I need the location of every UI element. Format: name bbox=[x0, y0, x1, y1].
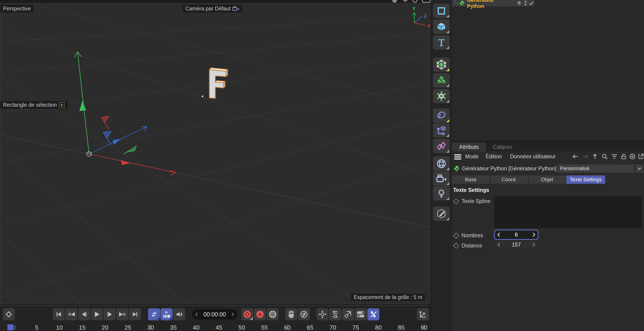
time-field[interactable]: 00:00:00 bbox=[192, 309, 237, 319]
rotation-record-circle-button[interactable] bbox=[298, 308, 310, 320]
section-tab-objet[interactable]: Objet bbox=[528, 175, 566, 184]
sky-button[interactable] bbox=[433, 156, 450, 171]
object-manager-divider[interactable] bbox=[534, 0, 534, 141]
ruler-tick-label[interactable]: 25 bbox=[124, 324, 131, 331]
menu-edition[interactable]: Édition bbox=[486, 153, 502, 160]
record-keyframe-button[interactable] bbox=[241, 308, 253, 320]
history-forward-icon[interactable] bbox=[582, 153, 589, 160]
search-icon[interactable] bbox=[601, 153, 608, 160]
ruler-tick-label[interactable]: 65 bbox=[307, 324, 314, 331]
visibility-dots-icon[interactable] bbox=[524, 0, 527, 6]
stepper-decrease-icon[interactable] bbox=[497, 232, 500, 237]
distance-stepper[interactable]: 157 bbox=[495, 240, 538, 249]
preset-dropdown[interactable]: Personnalisé bbox=[557, 164, 634, 173]
menu-donnees-utilisateur[interactable]: Données utilisateur bbox=[510, 153, 556, 160]
track-target-icon[interactable] bbox=[629, 153, 636, 160]
ruler-tick-label[interactable]: 60 bbox=[284, 324, 291, 331]
section-tab-base[interactable]: Base bbox=[452, 175, 490, 184]
lock-icon[interactable] bbox=[620, 153, 627, 160]
preset-dropdown-chevron[interactable] bbox=[636, 164, 643, 173]
texte-spline-input[interactable] bbox=[494, 196, 642, 228]
material-editor-button[interactable] bbox=[433, 206, 450, 221]
timeline-ruler[interactable]: 051015202530354045505560657075808590 bbox=[0, 323, 431, 331]
keyframe-dot-icon[interactable] bbox=[453, 233, 459, 238]
keyframe-diamond-button[interactable] bbox=[3, 308, 15, 320]
autokey-bars-button[interactable]: A bbox=[160, 308, 172, 320]
time-decrease-icon[interactable] bbox=[195, 312, 198, 316]
rectangle-spline-button[interactable] bbox=[433, 4, 450, 18]
scale-record-button[interactable] bbox=[342, 308, 354, 320]
ruler-tick-label[interactable]: 5 bbox=[35, 324, 38, 331]
menu-mode[interactable]: Mode bbox=[465, 153, 478, 160]
ruler-tick-label[interactable]: 15 bbox=[79, 324, 86, 331]
tab-attributs[interactable]: Attributs bbox=[452, 143, 486, 151]
letter-f-object[interactable] bbox=[209, 68, 228, 98]
ruler-tick-label[interactable]: 10 bbox=[56, 324, 63, 331]
camera-label[interactable]: Caméra par Défaut bbox=[182, 5, 242, 13]
object-row-generateur-python[interactable]: Générateur Python bbox=[452, 0, 534, 7]
generator-gear-button[interactable] bbox=[433, 89, 450, 103]
parent-up-icon[interactable] bbox=[592, 153, 598, 160]
section-title[interactable]: Texte Settings bbox=[453, 187, 489, 193]
panel-separator-dots[interactable] bbox=[0, 305, 429, 306]
deformer-button[interactable] bbox=[433, 108, 450, 123]
autokey-button[interactable]: A bbox=[254, 308, 266, 320]
next-key-button[interactable] bbox=[116, 308, 128, 320]
ruler-tick-label[interactable]: 85 bbox=[398, 324, 404, 331]
layer-toggle-icon[interactable] bbox=[516, 0, 522, 6]
tab-calques[interactable]: Calques bbox=[489, 143, 516, 151]
cube-primitive-button[interactable] bbox=[433, 20, 450, 34]
loop-playback-button[interactable] bbox=[148, 308, 160, 320]
ruler-tick-label[interactable]: 80 bbox=[375, 324, 382, 331]
keyframe-dot-icon[interactable] bbox=[453, 198, 459, 204]
keyframe-dot-icon[interactable] bbox=[453, 243, 459, 249]
ruler-tick-label[interactable]: 0 bbox=[12, 324, 16, 331]
play-button[interactable] bbox=[91, 308, 103, 320]
perspective-viewport[interactable]: Y Z X Perspective Caméra par Défaut Rect… bbox=[0, 3, 430, 304]
text-spline-button[interactable] bbox=[433, 35, 450, 50]
subdivision-surface-button[interactable] bbox=[433, 57, 450, 72]
active-tool-label[interactable]: Rectangle de sélection bbox=[0, 101, 68, 109]
array-generator-button[interactable] bbox=[433, 73, 450, 88]
ruler-tick-label[interactable]: 45 bbox=[216, 324, 222, 331]
view-label[interactable]: Perspective bbox=[0, 5, 34, 13]
camera-button[interactable] bbox=[433, 171, 450, 186]
time-increase-icon[interactable] bbox=[231, 312, 234, 316]
hamburger-menu-icon[interactable] bbox=[454, 154, 462, 160]
world-axes[interactable] bbox=[74, 52, 176, 175]
stepper-increase-icon[interactable] bbox=[532, 232, 536, 237]
mouse-record-button[interactable] bbox=[285, 308, 297, 320]
fcurve-editor-button[interactable] bbox=[417, 308, 429, 320]
workplane-axis-button[interactable] bbox=[433, 123, 450, 138]
instance-button[interactable] bbox=[433, 139, 450, 153]
parameter-record-button[interactable] bbox=[354, 308, 367, 320]
stepper-increase-icon[interactable] bbox=[532, 243, 535, 247]
detach-window-icon[interactable] bbox=[637, 153, 644, 160]
pla-record-button[interactable] bbox=[367, 308, 379, 320]
goto-end-button[interactable] bbox=[129, 308, 141, 320]
rotation-record-button[interactable] bbox=[329, 308, 341, 320]
goto-start-button[interactable] bbox=[53, 308, 65, 320]
ruler-tick-label[interactable]: 20 bbox=[102, 324, 108, 331]
prev-key-button[interactable] bbox=[66, 308, 78, 320]
position-record-button[interactable] bbox=[316, 308, 328, 320]
nombres-stepper[interactable]: 6 bbox=[494, 230, 538, 240]
ruler-tick-label[interactable]: 30 bbox=[147, 324, 154, 331]
ruler-tick-label[interactable]: 75 bbox=[352, 324, 359, 331]
ruler-tick-label[interactable]: 35 bbox=[170, 324, 177, 331]
section-tab-coord[interactable]: Coord. bbox=[490, 175, 528, 184]
keyframe-settings-button[interactable] bbox=[267, 308, 279, 320]
sound-button[interactable] bbox=[173, 308, 185, 320]
history-back-icon[interactable] bbox=[572, 153, 579, 160]
stepper-decrease-icon[interactable] bbox=[497, 243, 500, 247]
section-tab-texte-settings[interactable]: Texte Settings bbox=[566, 175, 605, 184]
filter-icon[interactable] bbox=[611, 153, 618, 160]
ruler-tick-label[interactable]: 90 bbox=[421, 324, 428, 331]
ruler-tick-label[interactable]: 50 bbox=[238, 324, 245, 331]
prev-frame-button[interactable] bbox=[78, 308, 90, 320]
next-frame-button[interactable] bbox=[104, 308, 116, 320]
enabled-check-icon[interactable] bbox=[528, 1, 534, 6]
light-button[interactable] bbox=[433, 186, 450, 200]
ruler-tick-label[interactable]: 40 bbox=[193, 324, 200, 331]
ruler-tick-label[interactable]: 55 bbox=[261, 324, 268, 331]
